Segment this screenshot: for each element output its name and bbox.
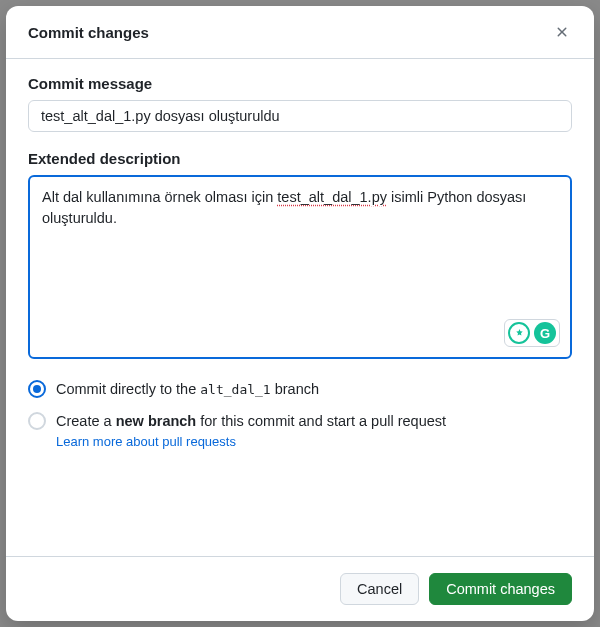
desc-spellcheck: test_alt_dal_1.py [277,189,387,205]
radio-label-direct: Commit directly to the alt_dal_1 branch [56,379,319,399]
desc-prefix: Alt dal kullanımına örnek olması için [42,189,277,205]
dialog-body: Commit message Extended description Alt … [6,59,594,556]
dialog-footer: Cancel Commit changes [6,556,594,621]
radio-label-new-branch: Create a new branch for this commit and … [56,411,446,431]
newbranch-suffix: for this commit and start a pull request [196,413,446,429]
cancel-button[interactable]: Cancel [340,573,419,605]
radio-commit-direct[interactable]: Commit directly to the alt_dal_1 branch [28,379,572,399]
radio-input-direct[interactable] [28,380,46,398]
bulb-icon [508,322,530,344]
direct-suffix: branch [271,381,319,397]
extended-description-input[interactable]: Alt dal kullanımına örnek olması için te… [28,175,572,359]
commit-message-input[interactable] [28,100,572,132]
commit-message-label: Commit message [28,75,572,92]
grammarly-g: G [540,326,550,341]
commit-changes-button[interactable]: Commit changes [429,573,572,605]
direct-prefix: Commit directly to the [56,381,200,397]
newbranch-prefix: Create a [56,413,116,429]
extended-description-wrap: Alt dal kullanımına örnek olması için te… [28,175,572,359]
close-icon [554,24,570,40]
grammarly-widget[interactable]: G [504,319,560,347]
learn-more-link[interactable]: Learn more about pull requests [56,434,572,449]
newbranch-bold: new branch [116,413,197,429]
radio-input-new-branch[interactable] [28,412,46,430]
commit-target-radio-group: Commit directly to the alt_dal_1 branch … [28,379,572,449]
branch-name: alt_dal_1 [200,382,270,397]
extended-description-label: Extended description [28,150,572,167]
dialog-title: Commit changes [28,24,149,41]
radio-new-branch[interactable]: Create a new branch for this commit and … [28,411,572,431]
close-button[interactable] [550,20,574,44]
grammarly-icon: G [534,322,556,344]
commit-changes-dialog: Commit changes Commit message Extended d… [6,6,594,621]
dialog-header: Commit changes [6,6,594,59]
